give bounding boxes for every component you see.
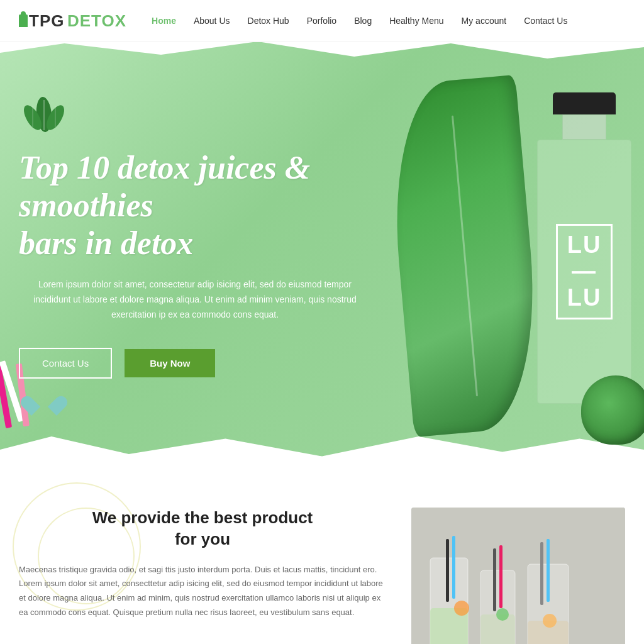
logo-icon bbox=[19, 14, 28, 27]
about-description: Maecenas tristique gravida odio, et sagi… bbox=[19, 563, 386, 620]
nav-portfolio[interactable]: Porfolio bbox=[307, 16, 336, 26]
hero-buttons: Contact Us Buy Now bbox=[19, 348, 371, 379]
hero-section: Top 10 detox juices & smoothies bars in … bbox=[0, 42, 644, 470]
bottle-body: LU — LU bbox=[537, 140, 631, 404]
nav-home[interactable]: Home bbox=[152, 16, 176, 26]
bottle-neck bbox=[562, 114, 606, 140]
about-title: We provide the best product for you bbox=[19, 508, 386, 550]
nav-my-account[interactable]: My account bbox=[462, 16, 507, 26]
svg-point-20 bbox=[496, 608, 509, 621]
svg-point-21 bbox=[543, 614, 557, 628]
logo-tpg: TPG bbox=[29, 11, 64, 31]
about-image-inner bbox=[411, 508, 625, 644]
nav-about[interactable]: About Us bbox=[194, 16, 230, 26]
svg-rect-17 bbox=[540, 542, 543, 605]
banana-leaf-image bbox=[384, 75, 546, 437]
about-text: We provide the best product for you Maec… bbox=[19, 508, 386, 620]
main-nav: Home About Us Detox Hub Porfolio Blog He… bbox=[152, 16, 567, 26]
svg-rect-18 bbox=[547, 539, 550, 602]
contact-us-button[interactable]: Contact Us bbox=[19, 348, 112, 379]
hero-description: Lorem ipsum dolor sit amet, consectetur … bbox=[19, 277, 371, 322]
header: TPG DETOX Home About Us Detox Hub Porfol… bbox=[0, 0, 644, 42]
nav-healthy-menu[interactable]: Healthy Menu bbox=[389, 16, 443, 26]
about-product-image bbox=[411, 508, 625, 644]
svg-rect-13 bbox=[493, 548, 496, 611]
svg-rect-12 bbox=[480, 614, 515, 644]
hero-leaf-decoration bbox=[19, 92, 371, 143]
hero-images: LU — LU bbox=[330, 61, 644, 464]
nav-contact[interactable]: Contact Us bbox=[524, 16, 567, 26]
avocado-image bbox=[581, 375, 644, 445]
logo-detox: DETOX bbox=[67, 11, 126, 31]
nav-blog[interactable]: Blog bbox=[354, 16, 372, 26]
logo[interactable]: TPG DETOX bbox=[19, 11, 126, 31]
bottle-cap bbox=[553, 92, 616, 114]
svg-point-19 bbox=[454, 601, 469, 616]
svg-rect-10 bbox=[452, 536, 455, 599]
decorative-heart bbox=[31, 397, 57, 419]
svg-rect-9 bbox=[446, 539, 449, 602]
bottle-label: LU — LU bbox=[556, 224, 613, 319]
nav-detox-hub[interactable]: Detox Hub bbox=[248, 16, 289, 26]
buy-now-button[interactable]: Buy Now bbox=[125, 349, 215, 377]
hero-content: Top 10 detox juices & smoothies bars in … bbox=[19, 92, 371, 379]
about-section: We provide the best product for you Maec… bbox=[0, 470, 644, 644]
hero-title: Top 10 detox juices & smoothies bars in … bbox=[19, 149, 371, 262]
svg-rect-14 bbox=[499, 545, 502, 608]
